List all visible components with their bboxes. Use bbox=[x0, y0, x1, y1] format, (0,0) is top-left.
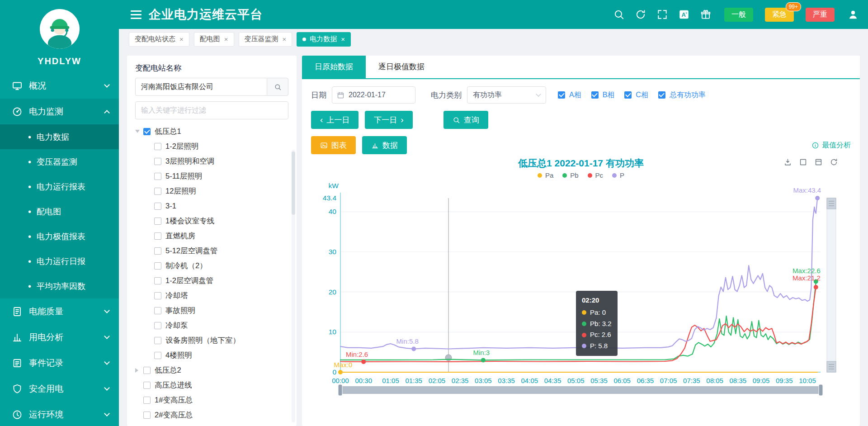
tree-node[interactable]: 4楼照明 bbox=[135, 348, 288, 363]
power-category-select[interactable]: 有功功率 bbox=[467, 86, 546, 104]
tree-node[interactable]: 5-12层空调盘管 bbox=[135, 243, 288, 258]
sidebar-item-power-quality[interactable]: 电能质量 bbox=[0, 298, 119, 324]
save-image-icon[interactable] bbox=[783, 158, 792, 166]
tree-node[interactable]: 2#变高压总 bbox=[135, 407, 288, 422]
legend-item-Pc[interactable]: Pc bbox=[588, 171, 604, 179]
tree-node[interactable]: 1-2层照明 bbox=[135, 139, 288, 154]
tree-checkbox[interactable] bbox=[154, 322, 161, 329]
restore-refresh-icon[interactable] bbox=[830, 158, 838, 166]
power-chart[interactable]: 01020304043.4kW00:0000:3001:0501:3502:05… bbox=[314, 180, 848, 406]
refresh-icon[interactable] bbox=[635, 9, 646, 20]
theme-gift-icon[interactable] bbox=[700, 9, 712, 20]
tab-substation-status[interactable]: 变配电站状态× bbox=[129, 32, 189, 47]
data-view-icon[interactable] bbox=[814, 158, 823, 166]
checkbox-icon[interactable] bbox=[558, 91, 565, 99]
fullscreen-icon[interactable] bbox=[656, 9, 668, 20]
tab-transformer-monitoring[interactable]: 变压器监测× bbox=[239, 32, 292, 47]
tree-node[interactable]: 5-11层照明 bbox=[135, 169, 288, 184]
sidebar-item-overview[interactable]: 概况 bbox=[0, 73, 119, 99]
tree-checkbox[interactable] bbox=[143, 367, 151, 374]
sidebar-item-power-analysis[interactable]: 用电分析 bbox=[0, 324, 119, 350]
station-name-input[interactable] bbox=[135, 78, 267, 96]
legend-item-P[interactable]: P bbox=[612, 171, 624, 179]
tree-checkbox[interactable] bbox=[154, 262, 161, 270]
tree-checkbox[interactable] bbox=[143, 128, 151, 135]
tree-checkbox[interactable] bbox=[154, 337, 161, 344]
sidebar-item-power-daily-report[interactable]: •电力运行日报 bbox=[0, 249, 119, 274]
tree-checkbox[interactable] bbox=[154, 203, 161, 210]
sidebar-item-power-extreme-report[interactable]: •电力极值报表 bbox=[0, 224, 119, 249]
tree-scrollbar[interactable] bbox=[292, 150, 295, 422]
tree-checkbox[interactable] bbox=[143, 382, 151, 389]
datazoom-x-handle[interactable] bbox=[338, 384, 342, 396]
chart-view-button[interactable]: 图表 bbox=[311, 136, 356, 154]
tree-checkbox[interactable] bbox=[154, 143, 161, 150]
sidebar-item-transformer-monitoring[interactable]: •变压器监测 bbox=[0, 149, 119, 174]
tree-node[interactable]: 1-2层空调盘管 bbox=[135, 273, 288, 288]
tree-checkbox[interactable] bbox=[143, 397, 151, 404]
axis-pointer-handle[interactable] bbox=[445, 355, 452, 361]
tree-checkbox[interactable] bbox=[154, 173, 161, 180]
close-icon[interactable]: × bbox=[283, 36, 287, 43]
close-icon[interactable]: × bbox=[224, 36, 228, 43]
tree-node[interactable]: 12层照明 bbox=[135, 184, 288, 199]
user-avatar-icon[interactable] bbox=[847, 9, 859, 20]
sidebar-item-power-monitoring[interactable]: 电力监测 bbox=[0, 99, 119, 124]
datazoom-x-handle[interactable] bbox=[819, 384, 823, 396]
search-icon[interactable] bbox=[613, 9, 625, 20]
data-view-button[interactable]: 数据 bbox=[362, 136, 407, 154]
date-input[interactable]: 2022-01-17 bbox=[332, 86, 415, 104]
tree-node[interactable]: 3-1 bbox=[135, 199, 288, 213]
tree-node[interactable]: 制冷机（2） bbox=[135, 258, 288, 273]
sidebar-item-event-records[interactable]: 事件记录 bbox=[0, 350, 119, 376]
prev-day-button[interactable]: ‹上一日 bbox=[311, 111, 359, 129]
close-icon[interactable]: × bbox=[179, 36, 184, 43]
alarm-button-urgent[interactable]: 紧急99+ bbox=[765, 8, 794, 22]
checkbox-icon[interactable] bbox=[624, 91, 632, 99]
tab-daily-extreme[interactable]: 逐日极值数据 bbox=[366, 56, 437, 78]
tree-checkbox[interactable] bbox=[154, 218, 161, 225]
tree-node[interactable]: 低压总1 bbox=[135, 124, 288, 139]
tree-node[interactable]: 1楼会议室专线 bbox=[135, 213, 288, 228]
tree-checkbox[interactable] bbox=[154, 292, 161, 299]
zoom-box-icon[interactable] bbox=[799, 158, 807, 166]
tree-checkbox[interactable] bbox=[154, 188, 161, 195]
alarm-button-general[interactable]: 一般 bbox=[724, 8, 753, 22]
tree-node[interactable]: 高压总进线 bbox=[135, 378, 288, 393]
tree-collapse-icon[interactable] bbox=[135, 368, 141, 373]
checkbox-icon[interactable] bbox=[658, 91, 665, 99]
sidebar-item-power-operation-report[interactable]: •电力运行报表 bbox=[0, 174, 119, 199]
legend-item-Pb[interactable]: Pb bbox=[562, 171, 578, 179]
tree-checkbox[interactable] bbox=[154, 277, 161, 284]
tree-node[interactable]: 冷却泵 bbox=[135, 318, 288, 333]
tree-checkbox[interactable] bbox=[143, 412, 151, 419]
tree-node[interactable]: 设备房照明（地下室） bbox=[135, 333, 288, 348]
tree-node[interactable]: 低压总2 bbox=[135, 363, 288, 378]
checkbox-icon[interactable] bbox=[591, 91, 599, 99]
tab-power-data[interactable]: 电力数据× bbox=[297, 32, 351, 47]
translate-icon[interactable]: Ax bbox=[678, 9, 690, 20]
tree-node[interactable]: 事故照明 bbox=[135, 303, 288, 318]
tab-raw-daily[interactable]: 日原始数据 bbox=[302, 56, 366, 78]
datazoom-x-track[interactable] bbox=[340, 386, 821, 394]
query-button[interactable]: 查询 bbox=[443, 111, 488, 129]
legend-item-Pa[interactable]: Pa bbox=[538, 171, 553, 179]
tree-expand-icon[interactable] bbox=[135, 130, 140, 135]
sidebar-item-power-data[interactable]: •电力数据 bbox=[0, 124, 119, 149]
tab-distribution-diagram[interactable]: 配电图× bbox=[194, 32, 234, 47]
phase-checkbox-总有功功率[interactable]: 总有功功率 bbox=[658, 90, 706, 100]
tree-node[interactable]: 冷却塔 bbox=[135, 288, 288, 303]
station-search-button[interactable] bbox=[267, 78, 288, 96]
tree-filter-input[interactable] bbox=[135, 101, 288, 119]
menu-toggle-icon[interactable] bbox=[131, 10, 142, 19]
tree-checkbox[interactable] bbox=[154, 232, 161, 240]
tree-node[interactable]: 直燃机房 bbox=[135, 228, 288, 243]
extreme-analysis-link[interactable]: 最值分析 bbox=[811, 141, 851, 150]
tree-checkbox[interactable] bbox=[154, 247, 161, 255]
tree-checkbox[interactable] bbox=[154, 158, 161, 165]
sidebar-item-distribution-diagram[interactable]: •配电图 bbox=[0, 199, 119, 224]
tree-checkbox[interactable] bbox=[154, 352, 161, 359]
phase-checkbox-C相[interactable]: C相 bbox=[624, 90, 648, 100]
tree-node[interactable]: 1#变高压总 bbox=[135, 393, 288, 407]
datazoom-y-track[interactable] bbox=[827, 198, 836, 372]
